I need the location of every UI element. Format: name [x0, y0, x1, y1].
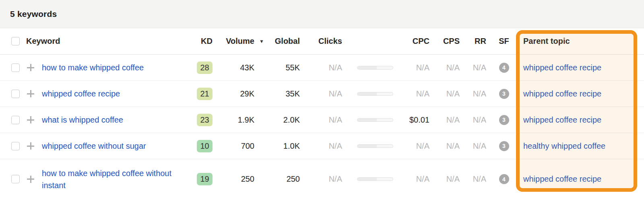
kd-badge: 28 — [197, 62, 213, 74]
kd-badge: 10 — [197, 140, 213, 152]
rr-value: N/A — [460, 63, 486, 72]
serp-features-badge[interactable]: 4 — [499, 174, 509, 184]
volume-value: 700 — [213, 142, 254, 151]
volume-value: 250 — [213, 174, 254, 184]
rr-value: N/A — [460, 142, 486, 151]
column-header-volume[interactable]: Volume ▼ — [213, 37, 254, 46]
cps-value: N/A — [429, 115, 460, 125]
kd-badge: 19 — [197, 173, 213, 185]
kd-badge: 23 — [197, 114, 213, 126]
clicks-bar — [357, 144, 393, 148]
row-checkbox[interactable] — [11, 90, 20, 98]
keyword-link[interactable]: how to make whipped coffee — [42, 63, 144, 72]
add-keyword-plus-icon[interactable] — [26, 63, 35, 72]
column-header-cpc[interactable]: CPC — [393, 37, 429, 46]
kd-badge: 21 — [197, 88, 213, 100]
rr-value: N/A — [460, 89, 486, 98]
cpc-value: N/A — [393, 142, 429, 151]
parent-topic-link[interactable]: whipped coffee recipe — [523, 115, 601, 124]
parent-topic-link[interactable]: whipped coffee recipe — [523, 63, 601, 72]
sort-desc-icon: ▼ — [259, 38, 264, 44]
select-all-checkbox[interactable] — [11, 37, 20, 45]
cps-value: N/A — [429, 89, 460, 98]
table-header-row: Keyword KD Volume ▼ Global Clicks CPC CP… — [0, 28, 644, 55]
table-row: how to make whipped coffee without insta… — [0, 159, 644, 199]
column-header-rr[interactable]: RR — [460, 37, 486, 46]
clicks-value: N/A — [300, 63, 342, 72]
serp-features-badge[interactable]: 3 — [499, 89, 509, 99]
column-header-sf[interactable]: SF — [486, 37, 522, 46]
volume-header-label: Volume — [226, 37, 254, 45]
row-checkbox[interactable] — [11, 142, 20, 150]
volume-value: 1.9K — [213, 115, 254, 125]
add-keyword-plus-icon[interactable] — [26, 142, 35, 150]
keywords-table-screen: 5 keywords Keyword KD Volume ▼ Global Cl… — [0, 0, 644, 199]
cps-value: N/A — [429, 174, 460, 184]
parent-topic-link[interactable]: whipped coffee recipe — [523, 174, 601, 183]
row-checkbox[interactable] — [11, 116, 20, 124]
clicks-value: N/A — [300, 142, 342, 151]
global-volume-value: 2.0K — [254, 115, 300, 125]
parent-topic-link[interactable]: healthy whipped coffee — [523, 142, 605, 150]
results-count-bar: 5 keywords — [0, 0, 644, 28]
global-volume-value: 35K — [254, 89, 300, 98]
global-volume-value: 1.0K — [254, 142, 300, 151]
add-keyword-plus-icon[interactable] — [26, 115, 35, 124]
rr-value: N/A — [460, 115, 486, 125]
clicks-bar — [357, 92, 393, 96]
keyword-count-title: 5 keywords — [10, 9, 57, 19]
serp-features-badge[interactable]: 3 — [499, 115, 509, 125]
volume-value: 43K — [213, 63, 254, 72]
clicks-bar — [357, 177, 393, 181]
table-row: whipped coffee recipe 21 29K 35K N/A N/A… — [0, 81, 644, 107]
cps-value: N/A — [429, 142, 460, 151]
clicks-value: N/A — [300, 89, 342, 98]
column-header-cps[interactable]: CPS — [429, 37, 460, 46]
add-keyword-plus-icon[interactable] — [26, 175, 35, 184]
global-volume-value: 250 — [254, 174, 300, 184]
global-volume-value: 55K — [254, 63, 300, 72]
parent-topic-link[interactable]: whipped coffee recipe — [523, 89, 601, 98]
clicks-bar — [357, 118, 393, 122]
table-row: whipped coffee without sugar 10 700 1.0K… — [0, 133, 644, 159]
add-keyword-plus-icon[interactable] — [26, 89, 35, 98]
cpc-value: $0.01 — [393, 115, 429, 125]
cpc-value: N/A — [393, 89, 429, 98]
cpc-value: N/A — [393, 63, 429, 72]
volume-value: 29K — [213, 89, 254, 98]
column-header-clicks[interactable]: Clicks — [300, 37, 342, 46]
table-row: what is whipped coffee 23 1.9K 2.0K N/A … — [0, 107, 644, 133]
keyword-link[interactable]: whipped coffee without sugar — [42, 142, 146, 150]
keyword-link[interactable]: how to make whipped coffee without insta… — [42, 169, 171, 190]
rr-value: N/A — [460, 174, 486, 184]
cps-value: N/A — [429, 63, 460, 72]
column-header-keyword[interactable]: Keyword — [26, 37, 175, 46]
clicks-bar — [357, 66, 393, 70]
clicks-value: N/A — [300, 174, 342, 184]
column-header-kd[interactable]: KD — [175, 37, 213, 46]
row-checkbox[interactable] — [11, 64, 20, 72]
keyword-link[interactable]: whipped coffee recipe — [42, 89, 120, 98]
cpc-value: N/A — [393, 174, 429, 184]
serp-features-badge[interactable]: 3 — [499, 141, 509, 151]
keyword-link[interactable]: what is whipped coffee — [42, 115, 123, 124]
table-row: how to make whipped coffee 28 43K 55K N/… — [0, 55, 644, 81]
serp-features-badge[interactable]: 4 — [499, 63, 509, 73]
row-checkbox[interactable] — [11, 175, 20, 183]
clicks-value: N/A — [300, 115, 342, 125]
column-header-parent-topic[interactable]: Parent topic — [523, 37, 644, 46]
